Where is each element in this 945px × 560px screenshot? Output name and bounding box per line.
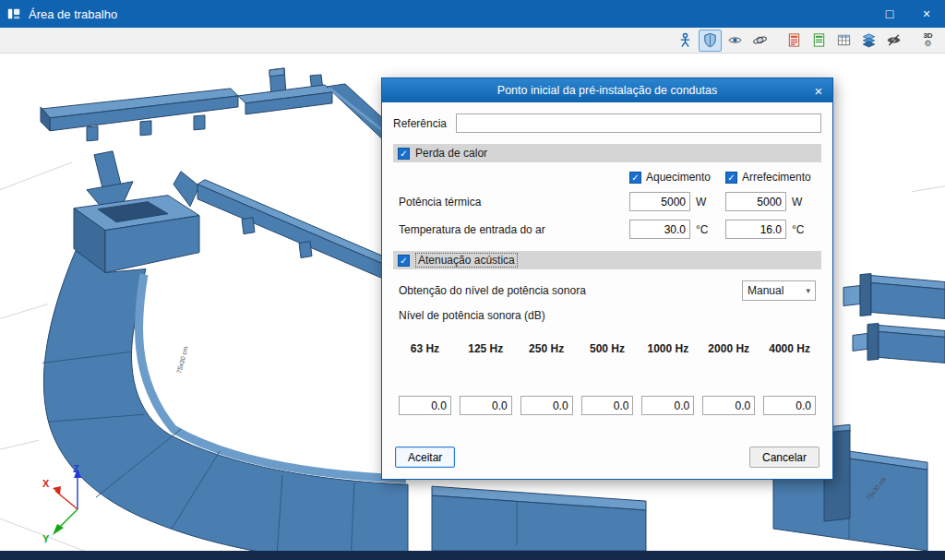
cooling-label: Arrefecimento [742, 171, 811, 184]
orbit-view-icon[interactable] [748, 30, 772, 52]
axis-y-label: Y [42, 533, 50, 544]
acoustic-section-header: ✓ Atenuação acústica [393, 251, 821, 269]
toolbar-separator [773, 40, 781, 41]
air-inlet-temp-label: Temperatura de entrada do ar [399, 223, 624, 236]
axis-triad: Z X Y [41, 461, 107, 546]
cooling-checkbox-group: ✓ Arrefecimento [725, 171, 816, 184]
frequency-header: 125 Hz [460, 342, 512, 355]
dialog-footer: Aceitar Cancelar [393, 447, 821, 470]
3d-settings-icon[interactable]: 3D ⚙ [916, 30, 939, 52]
sound-power-values-row [399, 396, 816, 415]
dialog-close-button[interactable]: × [805, 83, 832, 99]
sound-power-500hz-input[interactable] [581, 396, 634, 415]
heating-checkbox[interactable]: ✓ [629, 172, 641, 184]
shield-protection-icon[interactable] [699, 30, 722, 52]
frequency-header: 1000 Hz [641, 342, 694, 355]
walkthrough-person-icon[interactable] [674, 30, 697, 52]
visibility-eye-icon[interactable] [724, 30, 747, 52]
sound-power-1000hz-input[interactable] [641, 396, 694, 415]
sound-power-method-select[interactable]: Manual ▾ [742, 280, 816, 301]
air-inlet-temp-cooling-input[interactable] [725, 220, 786, 239]
thermal-power-heating-input[interactable] [629, 192, 690, 211]
reference-label: Referência [393, 117, 447, 130]
heat-loss-title: Perda de calor [415, 147, 487, 160]
chevron-down-icon: ▾ [806, 286, 810, 295]
toolbar: 3D ⚙ [0, 28, 945, 54]
status-bar [0, 551, 945, 560]
toolbar-separator [907, 40, 915, 41]
layers-icon[interactable] [857, 30, 880, 52]
heat-loss-section-header: ✓ Perda de calor [393, 144, 821, 162]
frequency-header-row: 63 Hz 125 Hz 250 Hz 500 Hz 1000 Hz 2000 … [399, 342, 816, 355]
plenum-box [74, 196, 199, 273]
dialog-titlebar[interactable]: Ponto inicial da pré-instalação de condu… [382, 78, 832, 102]
acoustic-title: Atenuação acústica [415, 253, 518, 268]
app-icon [6, 6, 21, 21]
analysis-report-icon[interactable] [783, 30, 806, 52]
axis-x-label: X [42, 478, 50, 489]
window-title: Área de trabalho [29, 7, 871, 21]
sound-power-method-value: Manual [748, 284, 784, 297]
dialog-title: Ponto inicial da pré-instalação de condu… [410, 84, 805, 97]
axis-z-label: Z [73, 463, 79, 474]
reference-input[interactable] [456, 113, 821, 133]
heating-checkbox-group: ✓ Aquecimento [629, 171, 720, 184]
sound-power-250hz-input[interactable] [520, 396, 573, 415]
air-inlet-temp-heating-input[interactable] [629, 220, 690, 239]
duct-start-dialog: Ponto inicial da pré-instalação de condu… [381, 77, 833, 480]
heating-label: Aquecimento [646, 171, 711, 184]
gear-icon: ⚙ [924, 40, 931, 48]
export-sheet-icon[interactable] [807, 30, 831, 52]
reference-row: Referência [393, 113, 821, 133]
hide-elements-icon[interactable] [882, 30, 905, 52]
frequency-header: 2000 Hz [702, 342, 755, 355]
cooling-checkbox[interactable]: ✓ [725, 172, 737, 184]
frequency-header: 500 Hz [581, 342, 634, 355]
thermal-power-cooling-unit: W [792, 196, 816, 209]
air-inlet-temp-heating-unit: °C [696, 223, 720, 236]
sound-power-63hz-input[interactable] [399, 396, 451, 415]
close-button[interactable]: × [908, 0, 945, 28]
top-duct-run [41, 85, 332, 141]
accept-button[interactable]: Aceitar [395, 447, 455, 468]
dimension-label: 75x30 cm [175, 345, 189, 374]
sound-power-method-row: Obtenção do nível de potência sonora Man… [399, 280, 816, 301]
sound-power-table-label: Nível de potência sonora (dB) [399, 309, 816, 322]
dialog-body: Referência ✓ Perda de calor ✓ Aqueciment… [382, 102, 832, 479]
diagonal-duct-middle [173, 172, 402, 284]
cancel-button[interactable]: Cancelar [749, 447, 819, 468]
frequency-header: 63 Hz [399, 342, 451, 355]
thermal-power-cooling-input[interactable] [725, 192, 786, 211]
right-ducts [843, 274, 945, 363]
app-window: Área de trabalho □ × [0, 0, 945, 560]
heat-loss-grid: ✓ Aquecimento ✓ Arrefecimento Potência t… [399, 171, 816, 239]
frequency-header: 4000 Hz [763, 342, 816, 355]
viewport-3d[interactable]: 75x30 cm 75x30 cm Z X Y Ponto inicial da… [0, 54, 945, 551]
thermal-power-heating-unit: W [696, 196, 720, 209]
thermal-power-label: Potência térmica [399, 196, 624, 209]
sound-power-125hz-input[interactable] [460, 396, 512, 415]
air-inlet-temp-cooling-unit: °C [792, 223, 816, 236]
heat-loss-checkbox[interactable]: ✓ [398, 148, 410, 160]
sound-power-4000hz-input[interactable] [763, 396, 816, 415]
tables-icon[interactable] [832, 30, 855, 52]
maximize-button[interactable]: □ [871, 0, 908, 28]
sound-power-method-label: Obtenção do nível de potência sonora [399, 284, 742, 297]
acoustic-checkbox[interactable]: ✓ [398, 255, 410, 267]
window-titlebar[interactable]: Área de trabalho □ × [0, 0, 945, 28]
sound-power-2000hz-input[interactable] [702, 396, 755, 415]
frequency-header: 250 Hz [520, 342, 573, 355]
